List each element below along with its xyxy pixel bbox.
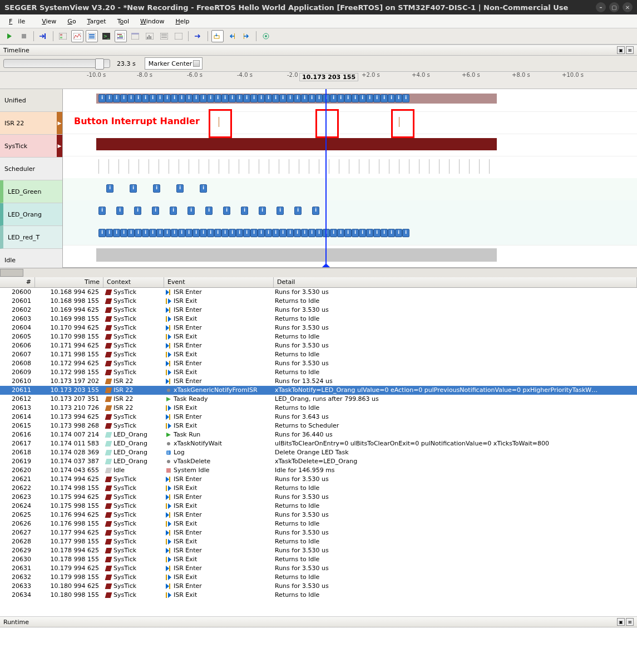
event-marker[interactable] — [142, 229, 149, 237]
table-row[interactable]: 2062110.174 994 625SysTickISR EnterRuns … — [0, 475, 637, 484]
timeline-ruler[interactable]: -10.0 s -8.0 s -6.0 s -4.0 s -2.0 s 10.1… — [0, 72, 637, 89]
event-marker[interactable] — [287, 229, 294, 237]
event-marker[interactable] — [153, 184, 160, 193]
event-marker[interactable] — [236, 94, 243, 102]
event-marker[interactable] — [134, 207, 141, 215]
event-marker[interactable] — [388, 229, 395, 237]
table-row[interactable]: 2063010.178 998 155SysTickISR ExitReturn… — [0, 555, 637, 564]
zoom-slider[interactable] — [3, 59, 110, 68]
event-marker[interactable] — [359, 94, 366, 102]
table-row[interactable]: 2063210.179 998 155SysTickISR ExitReturn… — [0, 573, 637, 582]
event-marker[interactable] — [381, 229, 388, 237]
timeline-tracks[interactable]: Unified ISR 22▶ SysTick▶ Scheduler LED_G… — [0, 89, 637, 268]
event-marker[interactable] — [315, 94, 323, 102]
table-row[interactable]: 2062910.178 994 625SysTickISR EnterRuns … — [0, 546, 637, 555]
event-marker[interactable] — [192, 229, 200, 237]
table-row[interactable]: 2060810.172 994 625SysTickISR EnterRuns … — [0, 359, 637, 368]
event-marker[interactable] — [113, 94, 120, 102]
event-marker[interactable] — [127, 94, 135, 102]
event-marker[interactable] — [265, 94, 272, 102]
marker-mode-select[interactable]: Marker Center — [145, 57, 203, 70]
event-marker[interactable] — [170, 207, 177, 215]
event-marker[interactable] — [135, 94, 142, 102]
table-row[interactable]: 2062510.176 994 625SysTickISR EnterRuns … — [0, 511, 637, 519]
event-marker[interactable] — [352, 94, 359, 102]
event-marker[interactable] — [149, 229, 156, 237]
event-marker[interactable] — [223, 207, 230, 215]
start-recording-button[interactable] — [3, 30, 16, 42]
table-row[interactable]: 2061110.173 203 155ISR 22xTaskGenericNot… — [0, 386, 637, 395]
event-marker[interactable] — [301, 229, 308, 237]
event-marker[interactable] — [265, 229, 272, 237]
event-marker[interactable] — [214, 94, 221, 102]
event-marker[interactable] — [402, 229, 409, 237]
table-row[interactable]: 2060910.172 998 155SysTickISR ExitReturn… — [0, 368, 637, 377]
timeline-cursor[interactable] — [325, 89, 327, 267]
event-marker[interactable] — [207, 229, 214, 237]
event-marker[interactable] — [149, 94, 156, 102]
menu-file[interactable]: File — [3, 16, 36, 27]
event-marker[interactable] — [106, 94, 113, 102]
event-marker[interactable] — [171, 229, 178, 237]
event-marker[interactable] — [229, 94, 236, 102]
table-row[interactable]: 2061410.173 994 625SysTickISR EnterRuns … — [0, 413, 637, 421]
event-marker[interactable] — [120, 94, 127, 102]
event-marker[interactable] — [106, 184, 113, 193]
table-row[interactable]: 2062810.177 998 155SysTickISR ExitReturn… — [0, 537, 637, 546]
table-row[interactable]: 2060610.171 994 625SysTickISR EnterRuns … — [0, 341, 637, 350]
event-marker[interactable] — [221, 229, 229, 237]
event-marker[interactable] — [352, 229, 359, 237]
event-marker[interactable] — [395, 94, 402, 102]
runtime-close-button[interactable]: ⊠ — [626, 618, 634, 626]
view-timeline-button[interactable] — [115, 30, 127, 42]
table-row[interactable]: 2062410.175 998 155SysTickISR ExitReturn… — [0, 502, 637, 511]
view-systeminfo-button[interactable] — [158, 30, 170, 42]
event-marker[interactable] — [272, 94, 279, 102]
event-marker[interactable] — [395, 229, 402, 237]
event-marker[interactable] — [185, 229, 192, 237]
menu-view[interactable]: View — [36, 16, 62, 27]
event-marker[interactable] — [243, 229, 250, 237]
event-marker[interactable] — [116, 207, 124, 215]
table-row[interactable]: 2061210.173 207 351ISR 22Task ReadyLED_O… — [0, 395, 637, 404]
event-marker[interactable] — [272, 229, 279, 237]
track-label-led-orang[interactable]: LED_Orang — [0, 203, 62, 226]
col-number[interactable]: # — [0, 277, 35, 287]
event-marker[interactable] — [130, 184, 137, 193]
event-marker[interactable] — [308, 94, 315, 102]
minimize-button[interactable]: – — [596, 2, 606, 12]
event-marker[interactable] — [294, 229, 301, 237]
event-marker[interactable] — [315, 229, 323, 237]
track-label-systick[interactable]: SysTick▶ — [0, 135, 62, 158]
event-marker[interactable] — [373, 94, 381, 102]
table-row[interactable]: 2060310.169 998 155SysTickISR ExitReturn… — [0, 315, 637, 323]
event-marker[interactable] — [330, 229, 337, 237]
close-button[interactable]: ✕ — [623, 2, 633, 12]
event-marker[interactable] — [294, 207, 302, 215]
timeline-hscrollbar[interactable] — [0, 268, 637, 277]
table-row[interactable]: 2062310.175 994 625SysTickISR EnterRuns … — [0, 493, 637, 502]
event-marker[interactable] — [120, 229, 127, 237]
track-label-scheduler[interactable]: Scheduler — [0, 158, 62, 180]
table-row[interactable]: 2061610.174 007 214LED_OrangTask RunRuns… — [0, 430, 637, 439]
event-marker[interactable] — [187, 207, 195, 215]
table-row[interactable]: 2061810.174 028 369LED_OrangiLogDelete O… — [0, 448, 637, 457]
menu-target[interactable]: Target — [82, 16, 112, 27]
event-marker[interactable] — [337, 229, 344, 237]
event-marker[interactable] — [250, 229, 258, 237]
table-row[interactable]: 2063410.180 998 155SysTickISR ExitReturn… — [0, 591, 637, 600]
table-row[interactable]: 2063110.179 994 625SysTickISR EnterRuns … — [0, 564, 637, 573]
event-marker[interactable] — [366, 94, 373, 102]
event-marker[interactable] — [178, 94, 185, 102]
table-row[interactable]: 2061010.173 197 202ISR 22ISR EnterRuns f… — [0, 377, 637, 386]
event-marker[interactable] — [229, 229, 236, 237]
event-marker[interactable] — [287, 94, 294, 102]
table-row[interactable]: 2060110.168 998 155SysTickISR ExitReturn… — [0, 297, 637, 306]
event-marker[interactable] — [312, 207, 319, 215]
event-marker[interactable] — [164, 229, 171, 237]
next-marker-button[interactable] — [240, 30, 253, 42]
menu-window[interactable]: Window — [135, 16, 170, 27]
table-row[interactable]: 2063310.180 994 625SysTickISR EnterRuns … — [0, 582, 637, 591]
table-row[interactable]: 2061710.174 011 583LED_OrangxTaskNotifyW… — [0, 439, 637, 448]
track-label-isr22[interactable]: ISR 22▶ — [0, 112, 62, 135]
